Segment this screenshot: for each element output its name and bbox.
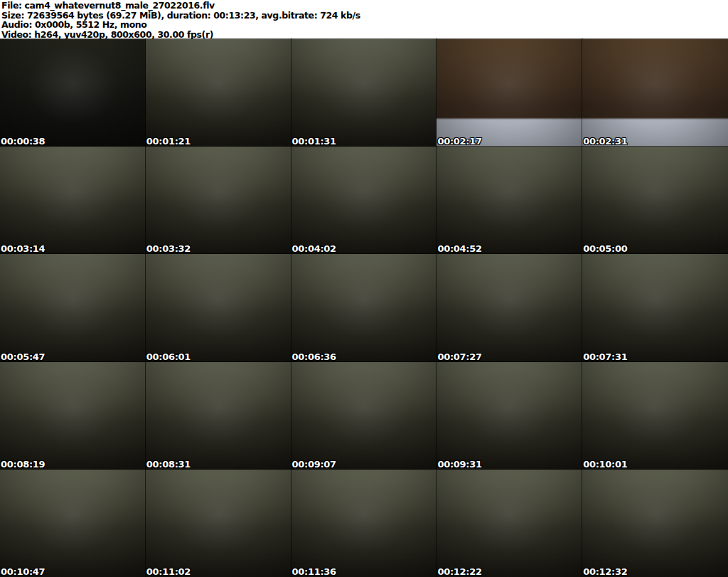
video-frame-thumbnail: 00:11:36 [291, 470, 437, 577]
frame-timestamp: 00:11:02 [146, 566, 191, 577]
video-frame-thumbnail: 00:05:47 [0, 254, 146, 361]
frame-timestamp: 00:05:47 [1, 351, 45, 362]
frame-timestamp: 00:12:22 [437, 566, 481, 577]
video-frame-thumbnail: 00:04:52 [437, 147, 582, 254]
frame-vignette [437, 39, 582, 147]
video-frame-thumbnail: 00:03:32 [146, 147, 291, 254]
video-frame-thumbnail: 00:06:01 [146, 254, 291, 361]
video-frame-thumbnail: 00:06:36 [291, 254, 437, 361]
video-frame-thumbnail: 00:10:01 [582, 362, 728, 470]
video-frame-thumbnail: 00:12:32 [582, 470, 728, 577]
video-frame-thumbnail: 00:08:19 [0, 362, 146, 470]
frame-timestamp: 00:03:14 [1, 243, 45, 254]
frame-timestamp: 00:08:31 [146, 459, 191, 470]
video-frame-thumbnail: 00:02:31 [582, 39, 728, 147]
frame-timestamp: 00:08:19 [1, 459, 45, 470]
frame-timestamp: 00:09:07 [292, 459, 336, 470]
frame-vignette [291, 39, 437, 147]
frame-vignette [582, 470, 728, 577]
frame-timestamp: 00:10:01 [583, 459, 627, 470]
video-frame-thumbnail: 00:09:31 [437, 362, 582, 470]
frame-vignette [146, 254, 291, 361]
thumbnail-grid: 00:00:3800:01:2100:01:3100:02:1700:02:31… [0, 39, 728, 577]
video-frame-thumbnail: 00:04:02 [291, 147, 437, 254]
frame-vignette [0, 39, 146, 147]
frame-timestamp: 00:04:02 [292, 243, 336, 254]
video-frame-thumbnail: 00:08:31 [146, 362, 291, 470]
video-frame-thumbnail: 00:05:00 [582, 147, 728, 254]
frame-vignette [437, 147, 582, 254]
video-frame-thumbnail: 00:11:02 [146, 470, 291, 577]
frame-timestamp: 00:06:36 [292, 351, 336, 362]
frame-vignette [437, 362, 582, 470]
video-info-line: Video: h264, yuv420p, 800x600, 30.00 fps… [1, 30, 727, 40]
frame-vignette [582, 254, 728, 361]
video-frame-thumbnail: 00:12:22 [437, 470, 582, 577]
video-frame-thumbnail: 00:10:47 [0, 470, 146, 577]
video-frame-thumbnail: 00:01:21 [146, 39, 291, 147]
frame-timestamp: 00:07:31 [583, 351, 627, 362]
frame-vignette [291, 254, 437, 361]
frame-vignette [291, 147, 437, 254]
frame-vignette [0, 362, 146, 470]
video-frame-thumbnail: 00:07:27 [437, 254, 582, 361]
frame-vignette [582, 147, 728, 254]
frame-timestamp: 00:03:32 [146, 243, 191, 254]
frame-vignette [291, 362, 437, 470]
contact-sheet: File: cam4_whatevernut8_male_27022016.fl… [0, 0, 728, 577]
frame-vignette [437, 254, 582, 361]
frame-timestamp: 00:05:00 [583, 243, 627, 254]
file-info-header: File: cam4_whatevernut8_male_27022016.fl… [0, 0, 728, 39]
frame-timestamp: 00:06:01 [146, 351, 191, 362]
frame-timestamp: 00:02:31 [583, 136, 627, 147]
frame-vignette [0, 254, 146, 361]
frame-vignette [291, 470, 437, 577]
video-frame-thumbnail: 00:02:17 [437, 39, 582, 147]
frame-timestamp: 00:02:17 [437, 136, 481, 147]
video-frame-thumbnail: 00:01:31 [291, 39, 437, 147]
frame-timestamp: 00:00:38 [1, 136, 45, 147]
file-name-line: File: cam4_whatevernut8_male_27022016.fl… [1, 1, 727, 11]
frame-timestamp: 00:12:32 [583, 566, 627, 577]
frame-timestamp: 00:11:36 [292, 566, 336, 577]
frame-timestamp: 00:09:31 [437, 459, 481, 470]
frame-timestamp: 00:07:27 [437, 351, 481, 362]
audio-info-line: Audio: 0x000b, 5512 Hz, mono [1, 20, 727, 30]
frame-timestamp: 00:01:31 [292, 136, 336, 147]
frame-timestamp: 00:10:47 [1, 566, 45, 577]
frame-vignette [582, 362, 728, 470]
video-frame-thumbnail: 00:03:14 [0, 147, 146, 254]
frame-vignette [0, 147, 146, 254]
frame-timestamp: 00:04:52 [437, 243, 481, 254]
frame-vignette [146, 470, 291, 577]
frame-vignette [146, 147, 291, 254]
frame-vignette [437, 470, 582, 577]
frame-vignette [146, 39, 291, 147]
frame-timestamp: 00:01:21 [146, 136, 191, 147]
video-frame-thumbnail: 00:07:31 [582, 254, 728, 361]
frame-vignette [146, 362, 291, 470]
video-frame-thumbnail: 00:00:38 [0, 39, 146, 147]
file-size-line: Size: 72639564 bytes (69.27 MiB), durati… [1, 11, 727, 21]
video-frame-thumbnail: 00:09:07 [291, 362, 437, 470]
frame-vignette [0, 470, 146, 577]
frame-vignette [582, 39, 728, 147]
